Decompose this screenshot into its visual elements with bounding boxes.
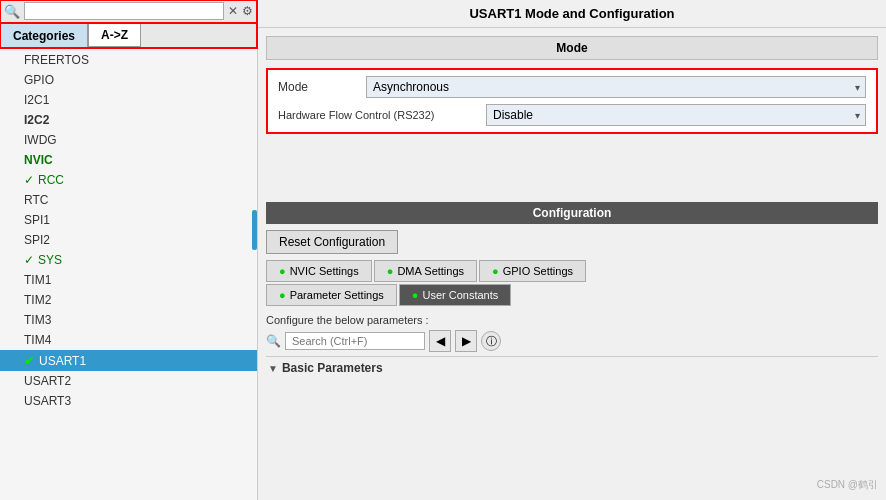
tab-parameter-settings[interactable]: ● Parameter Settings — [266, 284, 397, 306]
gpio-check-icon: ● — [492, 265, 499, 277]
mode-select-wrapper: Disable Asynchronous Synchronous Single … — [366, 76, 866, 98]
tab-user-label: User Constants — [422, 289, 498, 301]
item-label: TIM4 — [24, 333, 51, 347]
next-nav-button[interactable]: ▶ — [455, 330, 477, 352]
sidebar-item-nvic[interactable]: NVIC — [0, 150, 257, 170]
item-label: IWDG — [24, 133, 57, 147]
item-label: TIM2 — [24, 293, 51, 307]
sidebar-item-tim3[interactable]: TIM3 — [0, 310, 257, 330]
tab-gpio-label: GPIO Settings — [503, 265, 573, 277]
tab-nvic-label: NVIC Settings — [290, 265, 359, 277]
item-label: USART1 — [39, 354, 86, 368]
info-button[interactable]: ⓘ — [481, 331, 501, 351]
param-search-icon: 🔍 — [266, 334, 281, 348]
user-check-icon: ● — [412, 289, 419, 301]
hw-flow-label: Hardware Flow Control (RS232) — [278, 109, 478, 121]
item-label: RTC — [24, 193, 48, 207]
sidebar-item-tim4[interactable]: TIM4 — [0, 330, 257, 350]
basic-params-row: ▼ Basic Parameters — [266, 356, 878, 379]
tab-dma-settings[interactable]: ● DMA Settings — [374, 260, 477, 282]
reset-configuration-button[interactable]: Reset Configuration — [266, 230, 398, 254]
item-label: I2C1 — [24, 93, 49, 107]
scrollbar-thumb — [252, 210, 257, 250]
param-search-row: 🔍 ◀ ▶ ⓘ — [266, 330, 878, 352]
item-label: SPI1 — [24, 213, 50, 227]
param-check-icon: ● — [279, 289, 286, 301]
sidebar-item-usart3[interactable]: USART3 — [0, 391, 257, 411]
config-tabs-row2: ● Parameter Settings ● User Constants — [266, 284, 878, 306]
config-section-title: Configuration — [266, 202, 878, 224]
gear-button[interactable]: ⚙ — [242, 4, 253, 18]
sidebar-item-gpio[interactable]: GPIO — [0, 70, 257, 90]
item-label: SYS — [38, 253, 62, 267]
search-icon: 🔍 — [4, 4, 20, 19]
item-label: GPIO — [24, 73, 54, 87]
item-label: SPI2 — [24, 233, 50, 247]
tab-gpio-settings[interactable]: ● GPIO Settings — [479, 260, 586, 282]
sidebar-tabs: Categories A->Z — [0, 23, 257, 48]
sidebar-item-i2c2[interactable]: I2C2 — [0, 110, 257, 130]
item-label: USART3 — [24, 394, 71, 408]
tab-nvic-settings[interactable]: ● NVIC Settings — [266, 260, 372, 282]
sidebar-item-spi2[interactable]: SPI2 — [0, 230, 257, 250]
mode-section: Mode Mode Disable Asynchronous Synchrono… — [258, 28, 886, 142]
page-title: USART1 Mode and Configuration — [258, 0, 886, 28]
prev-nav-button[interactable]: ◀ — [429, 330, 451, 352]
nvic-check-icon: ● — [279, 265, 286, 277]
mode-label: Mode — [278, 80, 358, 94]
item-label: TIM1 — [24, 273, 51, 287]
sidebar-item-usart1[interactable]: ✔ USART1 — [0, 350, 257, 371]
basic-params-label: Basic Parameters — [282, 361, 383, 375]
mode-select[interactable]: Disable Asynchronous Synchronous Single … — [366, 76, 866, 98]
sidebar-item-sys[interactable]: ✓ SYS — [0, 250, 257, 270]
item-label: I2C2 — [24, 113, 49, 127]
chevron-down-icon: ▼ — [268, 363, 278, 374]
item-label: NVIC — [24, 153, 53, 167]
sidebar-item-tim1[interactable]: TIM1 — [0, 270, 257, 290]
param-search-input[interactable] — [285, 332, 425, 350]
tab-param-label: Parameter Settings — [290, 289, 384, 301]
main-content: USART1 Mode and Configuration Mode Mode … — [258, 0, 886, 500]
config-section: Configuration Reset Configuration ● NVIC… — [258, 202, 886, 500]
search-input[interactable] — [24, 2, 224, 20]
sidebar-item-rtc[interactable]: RTC — [0, 190, 257, 210]
hw-flow-select-wrapper: Disable CTS Only RTS Only CTS/RTS ▾ — [486, 104, 866, 126]
config-tabs-row1: ● NVIC Settings ● DMA Settings ● GPIO Se… — [266, 260, 878, 282]
mode-section-title: Mode — [266, 36, 878, 60]
item-label: USART2 — [24, 374, 71, 388]
sidebar-search-bar: 🔍 ✕ ⚙ — [0, 0, 257, 23]
item-label: FREERTOS — [24, 53, 89, 67]
sidebar-item-freertos[interactable]: FREERTOS — [0, 50, 257, 70]
close-button[interactable]: ✕ — [228, 4, 238, 18]
tab-dma-label: DMA Settings — [397, 265, 464, 277]
check-icon-white: ✔ — [24, 353, 35, 368]
sidebar: 🔍 ✕ ⚙ Categories A->Z FREERTOS GPIO I2C1… — [0, 0, 258, 500]
sidebar-item-i2c1[interactable]: I2C1 — [0, 90, 257, 110]
mode-spacer — [258, 142, 886, 202]
tab-atoz[interactable]: A->Z — [88, 23, 141, 47]
item-label: RCC — [38, 173, 64, 187]
mode-config-box: Mode Disable Asynchronous Synchronous Si… — [266, 68, 878, 134]
tab-user-constants[interactable]: ● User Constants — [399, 284, 511, 306]
sidebar-item-rcc[interactable]: ✓ RCC — [0, 170, 257, 190]
hw-flow-row: Hardware Flow Control (RS232) Disable CT… — [278, 104, 866, 126]
sidebar-list: FREERTOS GPIO I2C1 I2C2 IWDG NVIC ✓ RCC … — [0, 48, 257, 500]
sidebar-item-iwdg[interactable]: IWDG — [0, 130, 257, 150]
sidebar-item-spi1[interactable]: SPI1 — [0, 210, 257, 230]
config-info-text: Configure the below parameters : — [266, 312, 878, 330]
item-label: TIM3 — [24, 313, 51, 327]
csdn-watermark: CSDN @鹤引 — [817, 478, 878, 492]
hw-flow-select[interactable]: Disable CTS Only RTS Only CTS/RTS — [486, 104, 866, 126]
check-icon: ✓ — [24, 253, 34, 267]
tab-categories[interactable]: Categories — [0, 23, 88, 47]
check-icon: ✓ — [24, 173, 34, 187]
dma-check-icon: ● — [387, 265, 394, 277]
sidebar-item-usart2[interactable]: USART2 — [0, 371, 257, 391]
sidebar-item-tim2[interactable]: TIM2 — [0, 290, 257, 310]
mode-row: Mode Disable Asynchronous Synchronous Si… — [278, 76, 866, 98]
